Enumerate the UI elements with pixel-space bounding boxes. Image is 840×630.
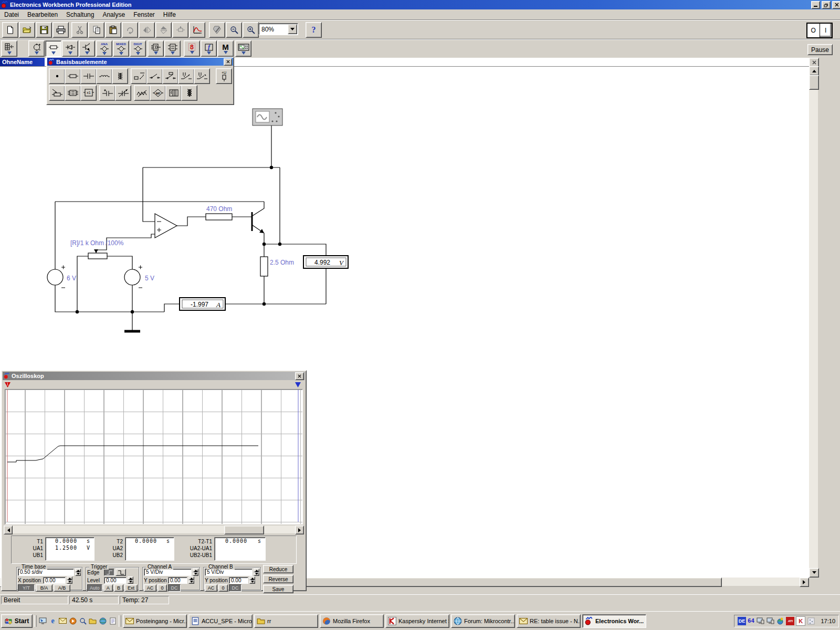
mode-ba-button[interactable]: B/A bbox=[36, 584, 52, 592]
channel-a-y-field[interactable]: 0.00 bbox=[168, 577, 187, 584]
sources-bin-button[interactable] bbox=[28, 40, 45, 57]
relay-button[interactable] bbox=[131, 68, 147, 84]
mail-icon[interactable] bbox=[58, 616, 67, 625]
cpu-indicator[interactable]: 64 bbox=[748, 617, 754, 624]
analysis-graphs-button[interactable] bbox=[189, 22, 205, 38]
channel-b-scale-spinner[interactable] bbox=[254, 569, 259, 576]
channel-a-scale-select[interactable]: 5 V/Div bbox=[144, 569, 192, 576]
scroll-down-button[interactable] bbox=[809, 568, 819, 578]
scroll-right-button[interactable] bbox=[800, 578, 809, 587]
voltmeter[interactable]: 4.992 V bbox=[303, 256, 348, 268]
miscellaneous-bin-button[interactable]: M bbox=[217, 40, 234, 57]
reduce-button[interactable]: Reduce bbox=[263, 565, 293, 573]
mode-yt-button[interactable]: Y/T bbox=[18, 584, 35, 592]
ammeter[interactable]: -1.997 A bbox=[180, 298, 225, 310]
indicators-bin-button[interactable]: 8 bbox=[184, 40, 200, 57]
opamp[interactable] bbox=[155, 214, 177, 238]
open-button[interactable] bbox=[19, 22, 35, 38]
timebase-scale-select[interactable]: 0.50 s/div bbox=[18, 569, 74, 576]
cursor1-marker[interactable]: 1 bbox=[5, 382, 10, 387]
power-switch[interactable]: O I bbox=[806, 23, 833, 38]
digital-ics-bin-button[interactable]: DIGIT bbox=[130, 40, 146, 57]
internet-explorer-icon[interactable]: e bbox=[48, 616, 57, 625]
transistor[interactable] bbox=[252, 202, 264, 244]
menu-schaltung[interactable]: Schaltung bbox=[62, 10, 98, 19]
restore-button[interactable] bbox=[822, 1, 831, 9]
paste-button[interactable] bbox=[105, 22, 121, 38]
timebase-scale-spinner[interactable] bbox=[75, 569, 81, 576]
variable-capacitor-button[interactable] bbox=[115, 85, 131, 101]
channel-b-dc-button[interactable]: DC bbox=[229, 584, 242, 592]
close-button[interactable] bbox=[832, 1, 840, 9]
potentiometer-button[interactable] bbox=[49, 85, 65, 101]
current-switch-button[interactable] bbox=[194, 68, 210, 84]
capacitor-button[interactable] bbox=[80, 68, 97, 84]
channel-b-ac-button[interactable]: AC bbox=[205, 584, 217, 592]
digital-bin-button[interactable] bbox=[164, 40, 181, 57]
vscroll-thumb[interactable] bbox=[809, 75, 819, 90]
logic-gates-bin-button[interactable] bbox=[148, 40, 164, 57]
media-player-icon[interactable] bbox=[68, 616, 77, 625]
rotate-button[interactable] bbox=[122, 22, 138, 38]
transistors-bin-button[interactable] bbox=[79, 40, 95, 57]
flip-vertical-button[interactable] bbox=[155, 22, 172, 38]
palette-close-button[interactable] bbox=[224, 58, 232, 66]
search-icon[interactable] bbox=[78, 616, 87, 625]
zoom-level-dropdown-button[interactable] bbox=[288, 24, 297, 34]
mode-ab-button[interactable]: A/B bbox=[54, 584, 70, 592]
level-field[interactable]: 0.00 bbox=[104, 577, 127, 584]
channel-b-y-spinner[interactable] bbox=[249, 576, 255, 584]
menu-analyse[interactable]: Analyse bbox=[98, 10, 129, 19]
kaspersky-tray-icon[interactable]: K bbox=[796, 616, 805, 626]
channel-a-zero-button[interactable]: 0 bbox=[158, 584, 167, 592]
resistor-470[interactable]: 470 Ohm bbox=[206, 205, 232, 220]
source-5v[interactable]: 5 V bbox=[124, 266, 154, 288]
trigger-ext-button[interactable]: Ext bbox=[124, 584, 138, 592]
circuit-window-title[interactable]: OhneName bbox=[0, 58, 45, 66]
scope-scrollbar[interactable] bbox=[4, 526, 304, 533]
magnetic-core-button[interactable] bbox=[165, 85, 182, 101]
controls-bin-button[interactable]: f bbox=[201, 40, 217, 57]
task-electronics-workbench[interactable]: Electronics Wor... bbox=[582, 614, 646, 628]
zoom-out-button[interactable] bbox=[226, 22, 242, 38]
flip-horizontal-button[interactable] bbox=[139, 22, 155, 38]
minimize-button[interactable] bbox=[811, 1, 820, 9]
pullup-resistor-button[interactable]: +U bbox=[216, 68, 232, 84]
create-subcircuit-button[interactable] bbox=[172, 22, 188, 38]
globe-utility-icon[interactable] bbox=[776, 617, 784, 625]
nonlinear-transformer-button[interactable] bbox=[181, 85, 197, 101]
channel-b-y-field[interactable]: 0.00 bbox=[229, 577, 248, 584]
task-kaspersky[interactable]: Kaspersky Internet S... bbox=[385, 614, 449, 628]
channel-a-scale-spinner[interactable] bbox=[193, 569, 198, 576]
analog-ics-bin-button[interactable]: ANA bbox=[96, 40, 112, 57]
tray-clock[interactable]: 17:10 bbox=[821, 618, 835, 624]
network-computer2-icon[interactable] bbox=[766, 617, 774, 625]
favorites-bin-button[interactable] bbox=[1, 40, 17, 57]
function-generator[interactable] bbox=[253, 109, 282, 125]
x-position-field[interactable]: 0.00 bbox=[43, 577, 66, 584]
ati-tray-icon[interactable]: ATI bbox=[786, 617, 794, 625]
basic-bin-button[interactable] bbox=[45, 40, 61, 57]
new-button[interactable] bbox=[2, 22, 18, 38]
task-accu-spe[interactable]: ACCU_SPE - Micro... bbox=[188, 614, 253, 628]
scope-scroll-right[interactable] bbox=[295, 526, 304, 534]
level-spinner[interactable] bbox=[128, 576, 133, 584]
scheduler-tray-icon[interactable] bbox=[807, 617, 815, 625]
transformer-button[interactable] bbox=[112, 68, 128, 84]
keyboard-layout-icon[interactable]: DE bbox=[738, 617, 746, 625]
resistor-pack-button[interactable] bbox=[65, 85, 81, 101]
mixed-ics-bin-button[interactable]: MIXED bbox=[113, 40, 129, 57]
save-scope-button[interactable]: Save bbox=[263, 585, 293, 593]
notes-icon[interactable] bbox=[108, 616, 117, 625]
menu-fenster[interactable]: Fenster bbox=[129, 10, 159, 19]
polarized-capacitor-button[interactable] bbox=[99, 85, 116, 101]
zoom-level-select[interactable]: 80% bbox=[258, 23, 298, 35]
scope-scroll-thumb[interactable] bbox=[224, 526, 264, 534]
scroll-up-button[interactable] bbox=[809, 66, 819, 76]
palette-titlebar[interactable]: Basisbauelemente bbox=[47, 58, 233, 66]
edge-rising-button[interactable] bbox=[104, 569, 114, 576]
scope-scroll-left[interactable] bbox=[4, 526, 13, 534]
oscilloscope-titlebar[interactable]: Oszilloskop bbox=[3, 372, 305, 380]
canvas-vscrollbar[interactable] bbox=[809, 66, 818, 578]
task-forum[interactable]: Forum: Mikrocontr... bbox=[451, 614, 515, 628]
